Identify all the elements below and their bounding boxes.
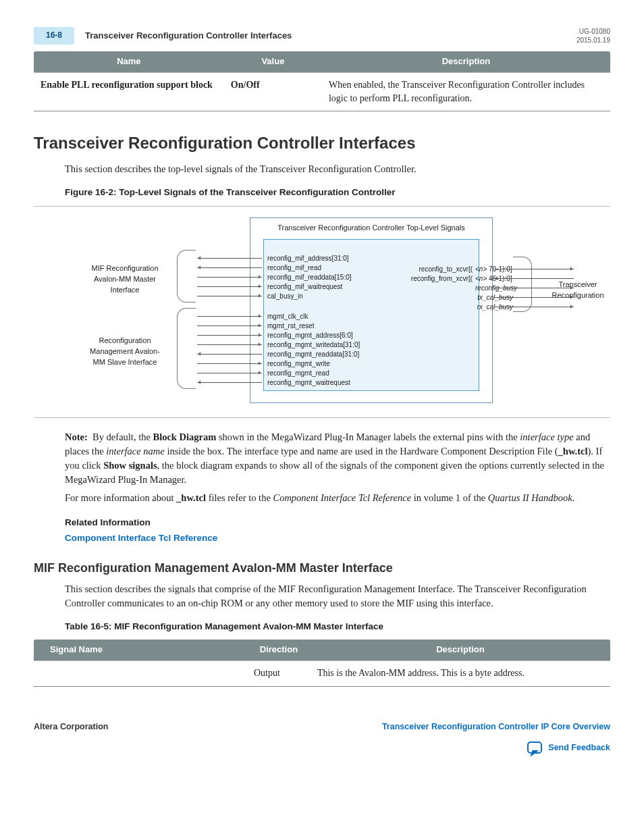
arrow-group <box>197 311 262 387</box>
text: Quartus II Handbook <box>488 492 572 503</box>
arrow-icon <box>197 267 262 268</box>
diagram-label-mgmt: Reconfiguration Management Avalon-MM Sla… <box>88 336 162 368</box>
section-intro: This section describes the top-level sig… <box>65 162 610 176</box>
related-info-link[interactable]: Component Interface Tcl Reference <box>65 533 217 543</box>
note-text: inside the box. The interface type and n… <box>165 446 558 457</box>
note-text: Show signals <box>103 460 157 471</box>
signal-name: reconfig_mgmt_address[6:0] <box>267 331 360 340</box>
signal-name: reconfig_mgmt_read <box>267 369 360 378</box>
signal-name: reconfig_to_xcvr[( <box>398 265 473 274</box>
table-row: Enable PLL reconfiguration support block… <box>34 72 610 111</box>
signal-name: reconfig_mif_read <box>267 263 352 273</box>
note-block: Note: By default, the Block Diagram show… <box>65 430 610 487</box>
note-text: By default, the <box>92 432 153 442</box>
cell-signal-name <box>34 661 247 686</box>
doc-id: UG-01080 <box>576 27 610 36</box>
text: in volume 1 of the <box>411 492 488 503</box>
note-text: interface name <box>106 446 165 457</box>
diagram-label-mif: MIF Reconfiguration Avalon-MM Master Int… <box>88 263 162 296</box>
figure-caption: Figure 16-2: Top-Level Signals of the Tr… <box>65 186 610 199</box>
arrow-icon <box>494 297 574 298</box>
signal-table: Signal Name Direction Description Output… <box>34 640 610 686</box>
note-text: interface type <box>520 432 573 442</box>
cell-desc: When enabled, the Transceiver Reconfigur… <box>322 72 610 111</box>
subsection-intro: This section describes the signals that … <box>65 582 610 610</box>
param-table: Name Value Description Enable PLL reconf… <box>34 51 610 111</box>
arrow-icon <box>197 373 262 373</box>
send-feedback-link[interactable]: Send Feedback <box>548 743 610 752</box>
footer-overview-link[interactable]: Transceiver Reconfiguration Controller I… <box>382 721 610 733</box>
signal-name: reconfig_from_xcvr[( <box>398 274 473 284</box>
arrow-icon <box>197 344 262 345</box>
arrow-icon <box>197 325 262 326</box>
signal-name: reconfig_mgmt_readdata[31:0] <box>267 350 360 359</box>
arrow-icon <box>197 277 262 278</box>
signal-name: reconfig_mgmt_writedata[31:0] <box>267 340 360 350</box>
note-text: shown in the MegaWizard Plug-In Manager … <box>216 432 520 442</box>
arrow-icon <box>197 354 262 355</box>
brace-icon <box>177 250 196 303</box>
feedback-icon[interactable] <box>527 741 542 754</box>
cell-name: Enable PLL reconfiguration support block <box>34 72 224 111</box>
text: _hw.tcl <box>176 492 206 503</box>
th-name: Name <box>34 51 224 72</box>
brace-icon <box>177 308 196 389</box>
th-desc: Description <box>311 640 610 660</box>
related-info-heading: Related Information <box>65 516 610 529</box>
th-value: Value <box>224 51 322 72</box>
signal-name: reconfig_mif_readdata[15:0] <box>267 273 352 282</box>
page-footer: Altera Corporation Transceiver Reconfigu… <box>34 721 610 733</box>
arrow-icon <box>197 382 262 383</box>
signal-name: mgmt_clk_clk <box>267 312 360 321</box>
cell-direction: Output <box>247 661 311 686</box>
note-text: _hw.tcl <box>558 446 588 457</box>
text: files refer to the <box>206 492 273 503</box>
arrow-icon <box>197 363 262 364</box>
arrow-icon <box>197 286 262 287</box>
cell-desc: This is the Avalon-MM address. This is a… <box>311 661 610 686</box>
note-label: Note: <box>65 432 88 442</box>
signal-list-mgmt: mgmt_clk_clk mgmt_rst_reset reconfig_mgm… <box>267 312 360 388</box>
subsection-heading: MIF Reconfiguration Management Avalon-MM… <box>34 559 610 577</box>
note-text: Block Diagram <box>153 432 216 442</box>
signal-n: <n> <box>475 275 487 282</box>
footer-company: Altera Corporation <box>34 721 108 733</box>
doc-meta: UG-01080 2015.01.19 <box>576 27 610 45</box>
arrow-icon <box>197 296 262 296</box>
arrow-icon <box>197 335 262 336</box>
figure-16-2: Transceiver Reconfiguration Controller T… <box>34 206 610 418</box>
th-direction: Direction <box>247 640 311 660</box>
th-signal-name: Signal Name <box>34 640 247 660</box>
doc-date: 2015.01.19 <box>576 36 610 45</box>
signal-name: mgmt_rst_reset <box>267 321 360 331</box>
text: . <box>572 492 575 503</box>
body-paragraph: For more information about _hw.tcl files… <box>65 491 610 505</box>
signal-n: <n> <box>475 265 487 273</box>
arrow-group <box>197 253 262 301</box>
arrow-icon <box>197 258 262 259</box>
arrow-icon <box>494 307 574 307</box>
signal-list-xcvr-left: reconfig_to_xcvr[( reconfig_from_xcvr[( <box>398 265 473 284</box>
table-row: Output This is the Avalon-MM address. Th… <box>34 661 610 686</box>
table-caption: Table 16-5: MIF Reconfiguration Manageme… <box>65 620 610 633</box>
page-header: 16-8 Transceiver Reconfiguration Control… <box>34 27 610 45</box>
arrow-group <box>494 264 574 311</box>
signal-name: reconfig_mif_waitrequest <box>267 282 352 292</box>
signal-name: reconfig_mgmt_write <box>267 359 360 369</box>
text: For more information about <box>65 492 176 503</box>
page-number-tab: 16-8 <box>34 27 74 44</box>
signal-name: cal_busy_in <box>267 292 352 301</box>
signal-name: reconfig_mif_address[31:0] <box>267 254 352 263</box>
cell-value: On/Off <box>224 72 322 111</box>
signal-list-mif: reconfig_mif_address[31:0] reconfig_mif_… <box>267 254 352 301</box>
arrow-icon <box>494 288 574 288</box>
text: Component Interface Tcl Reference <box>273 492 411 503</box>
th-desc: Description <box>322 51 610 72</box>
section-heading: Transceiver Reconfiguration Controller I… <box>34 132 610 155</box>
running-header-title: Transceiver Reconfiguration Controller I… <box>85 30 576 43</box>
diagram-title: Transceiver Reconfiguration Controller T… <box>250 223 493 234</box>
arrow-icon <box>494 278 574 279</box>
arrow-icon <box>197 316 262 317</box>
arrow-icon <box>494 269 574 269</box>
signal-name: reconfig_mgmt_waitrequest <box>267 378 360 388</box>
